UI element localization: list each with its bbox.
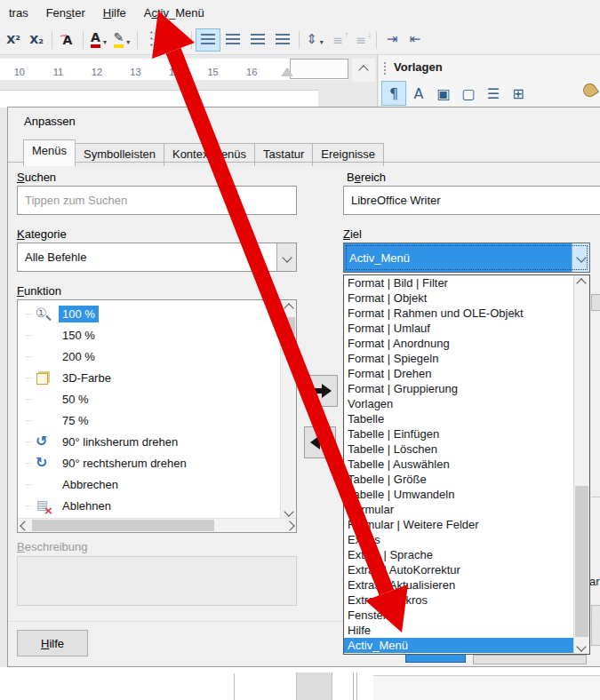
scroll-right-button[interactable]	[283, 519, 296, 532]
toolbar-button-highlight-color[interactable]: ✎	[111, 29, 132, 51]
dropdown-item[interactable]: Format | Gruppierung	[344, 381, 574, 396]
dropdown-item[interactable]: Formular	[344, 502, 574, 517]
dropdown-item[interactable]: Format | Drehen	[344, 366, 574, 381]
dropdown-caret-icon[interactable]	[320, 33, 324, 47]
add-item-button[interactable]	[306, 375, 338, 407]
toolbar-button-subscript[interactable]: X₂	[26, 29, 47, 51]
function-list-item[interactable]: 90° rechtsherum drehen	[18, 452, 281, 473]
toolbar-button-superscript[interactable]: X²	[3, 29, 24, 51]
toolbar-button-indent-dec[interactable]: ⇤	[404, 29, 426, 51]
function-list-item[interactable]: 200 %	[18, 346, 281, 367]
dropdown-caret-icon[interactable]	[179, 33, 182, 47]
dialog-tab[interactable]: Kontextmenüs	[164, 143, 255, 166]
scrollbar-thumb[interactable]	[575, 486, 588, 637]
toolbar-button-unordered-list[interactable]: •– •– •–	[142, 29, 164, 51]
function-list-item[interactable]: 75 %	[18, 410, 281, 431]
dropdown-item[interactable]: Extras | Sprache	[344, 547, 574, 562]
toolbar-button-align-center[interactable]	[221, 29, 244, 51]
toolbar-button-align-right[interactable]	[246, 29, 269, 51]
dropdown-item[interactable]: Formular | Weitere Felder	[344, 517, 574, 532]
ruler-indent-marker[interactable]	[281, 68, 293, 76]
function-list-item[interactable]: 3D-Farbe	[18, 367, 281, 388]
dropdown-caret-icon[interactable]	[126, 33, 130, 47]
dropdown-item[interactable]: Format | Umlauf	[344, 321, 574, 336]
scroll-down-button[interactable]	[281, 504, 296, 519]
help-button[interactable]: Hilfe	[17, 630, 88, 656]
scope-combobox[interactable]	[343, 186, 600, 215]
dropdown-item[interactable]: Format | Anordnung	[344, 336, 574, 351]
dropdown-item[interactable]: Extras | AutoKorrektur	[344, 562, 574, 577]
scroll-down-button[interactable]	[574, 639, 588, 654]
dropdown-item[interactable]: Format | Rahmen und OLE-Objekt	[344, 306, 574, 321]
styles-panel-icon-page-styles[interactable]: ▢	[457, 82, 480, 105]
menu-item[interactable]: Fenster	[37, 2, 94, 24]
add-button-partial[interactable]	[591, 294, 600, 311]
dropdown-scrollbar[interactable]	[573, 275, 589, 654]
toolbar-button[interactable]	[83, 31, 84, 49]
dropdown-item[interactable]: Tabelle | Löschen	[344, 441, 574, 457]
remove-item-button[interactable]	[304, 426, 336, 458]
dropdown-caret-icon[interactable]	[103, 33, 107, 47]
scroll-left-button[interactable]	[18, 519, 31, 532]
category-dropdown-button[interactable]	[276, 243, 296, 271]
styles-panel-icon-character-styles[interactable]: A	[407, 82, 430, 105]
dropdown-item[interactable]: Extras | Makros	[344, 593, 574, 608]
dialog-tab[interactable]: Menüs	[23, 139, 76, 166]
styles-panel-icon-paragraph-styles[interactable]: ¶	[382, 82, 405, 105]
dropdown-item[interactable]: Tabelle | Einfügen	[344, 426, 574, 441]
toolbar-button-ordered-list[interactable]: 1– 2–	[165, 29, 187, 51]
dropdown-item[interactable]: Tabelle | Auswählen	[344, 457, 574, 472]
dropdown-item[interactable]: Extras	[344, 532, 574, 547]
dropdown-item[interactable]: Vorlagen	[344, 396, 574, 411]
scroll-up-button[interactable]	[281, 300, 296, 315]
dropdown-item[interactable]: Format | Spiegeln	[344, 351, 574, 366]
panel-grip-icon[interactable]	[384, 62, 386, 75]
function-horizontal-scrollbar[interactable]	[18, 518, 296, 532]
styles-panel-icon-frame-styles[interactable]: ▣	[432, 82, 455, 105]
dropdown-item[interactable]: Tabelle | Umwandeln	[344, 487, 574, 502]
toolbar-button-align-left[interactable]	[196, 29, 220, 51]
toolbar-button[interactable]	[52, 31, 52, 49]
toolbar-button[interactable]	[376, 31, 377, 49]
toolbar-button-line-spacing[interactable]: ⇕	[304, 29, 325, 51]
function-list-item[interactable]: 90° linksherum drehen	[18, 431, 281, 452]
dropdown-item[interactable]: Hilfe	[344, 623, 574, 638]
menu-item[interactable]: tras	[0, 2, 37, 24]
toolbar-button-para-space-dec[interactable]: ≡	[350, 29, 372, 51]
dialog-tab[interactable]: Tastatur	[254, 143, 313, 166]
function-list-item[interactable]: 100 %	[18, 303, 281, 324]
menu-item[interactable]: Hilfe	[94, 2, 135, 24]
cancel-button-partial[interactable]	[473, 655, 587, 664]
scrollbar-thumb[interactable]	[32, 520, 214, 531]
menu-item[interactable]: Activ_Menü	[135, 2, 213, 24]
standard-button-partial[interactable]: ard	[589, 575, 600, 588]
panel-splitter[interactable]	[377, 55, 378, 107]
function-list-item[interactable]: Abbrechen	[18, 473, 281, 495]
target-combobox[interactable]: Activ_Menü	[343, 243, 590, 273]
toolbar-button-align-justify[interactable]	[271, 29, 294, 51]
dialog-tab[interactable]: Symbolleisten	[75, 143, 164, 166]
dropdown-item[interactable]: Format | Bild | Filter	[344, 275, 574, 290]
target-dropdown-button[interactable]	[572, 243, 589, 272]
dropdown-item[interactable]: Extras | Aktualisieren	[344, 577, 574, 593]
toolbar-button[interactable]	[137, 31, 138, 49]
search-input[interactable]	[17, 186, 297, 215]
function-vertical-scrollbar[interactable]	[280, 300, 296, 519]
scroll-up-button[interactable]	[574, 275, 588, 290]
toolbar-button[interactable]	[191, 31, 192, 49]
dropdown-item[interactable]: Fenster	[344, 608, 574, 623]
dialog-tab[interactable]: Ereignisse	[312, 143, 384, 166]
scroll-up-button[interactable]	[352, 59, 375, 82]
function-list-item[interactable]: 150 %	[18, 324, 281, 346]
styles-panel-icon-list-styles[interactable]: ☰	[482, 82, 505, 105]
toolbar-button-indent-inc[interactable]: ⇥	[381, 29, 403, 51]
toolbar-button-para-space-inc[interactable]: ≡	[327, 29, 348, 51]
scrollbar-thumb[interactable]	[282, 317, 295, 335]
styles-panel-icon-table-styles[interactable]: ⊞	[507, 82, 530, 105]
function-list-item[interactable]: Ablehnen	[18, 495, 281, 516]
dropdown-item[interactable]: Tabelle	[344, 411, 574, 426]
dropdown-item[interactable]: Format | Objekt	[344, 290, 574, 306]
toolbar-button-clear-formatting[interactable]: A	[57, 29, 78, 51]
toolbar-button[interactable]	[299, 31, 300, 49]
function-list-item[interactable]: 50 %	[18, 388, 281, 410]
